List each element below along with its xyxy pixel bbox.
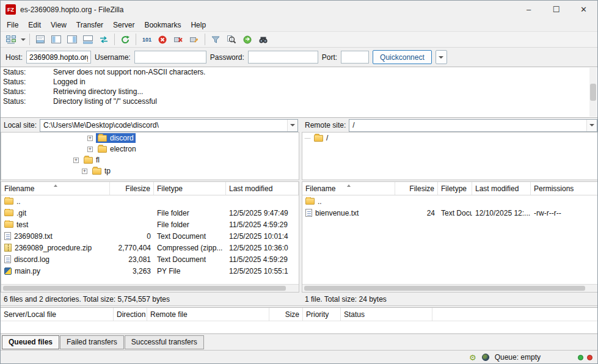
expand-icon[interactable] bbox=[82, 169, 87, 174]
file-row-parent[interactable]: .. bbox=[302, 195, 598, 207]
directory-comparison-icon[interactable] bbox=[224, 32, 239, 47]
menu-bookmarks[interactable]: Bookmarks bbox=[139, 20, 186, 31]
cancel-icon[interactable] bbox=[155, 32, 170, 47]
column-header-filesize[interactable]: Filesize bbox=[110, 182, 154, 195]
column-header-permissions[interactable]: Permissions bbox=[531, 182, 598, 195]
file-row-py[interactable]: main.py 3,263 PY File 12/5/2025 10:55:1 bbox=[1, 265, 299, 277]
log-entry: Status: Logged in bbox=[1, 77, 597, 87]
tree-item-discord[interactable]: discord bbox=[1, 133, 299, 144]
file-row-test[interactable]: test File folder 11/5/2025 4:59:29 bbox=[1, 219, 299, 230]
file-row-txt[interactable]: 2369089.txt 0 Text Document 12/5/2025 10… bbox=[1, 230, 299, 242]
window-title: es-2369089.hopto.org - FileZilla bbox=[20, 5, 123, 14]
toggle-message-log-icon[interactable] bbox=[32, 32, 48, 47]
file-row-bienvenue[interactable]: bienvenue.txt 24 Text Docu... 12/10/2025… bbox=[302, 207, 598, 219]
folder-icon bbox=[92, 168, 101, 175]
text-file-icon bbox=[4, 255, 11, 263]
column-header-filetype[interactable]: Filetype bbox=[154, 182, 226, 195]
status-led-red bbox=[587, 355, 593, 360]
column-header-remote-file[interactable]: Remote file bbox=[147, 308, 269, 321]
column-header-priority[interactable]: Priority bbox=[303, 308, 341, 321]
password-input[interactable] bbox=[248, 51, 318, 64]
site-manager-dropdown-icon[interactable] bbox=[19, 32, 27, 47]
menu-view[interactable]: View bbox=[46, 20, 71, 31]
local-path-combobox[interactable]: C:\Users\Me\Desktop\code\discord\ bbox=[40, 119, 298, 132]
quickconnect-bar: Host: Username: Password: Port: Quickcon… bbox=[1, 48, 597, 67]
toggle-remote-tree-icon[interactable] bbox=[64, 32, 80, 47]
scrollbar-thumb[interactable] bbox=[3, 286, 286, 291]
folder-icon bbox=[314, 135, 323, 142]
tree-item-tp[interactable]: tp bbox=[1, 166, 299, 177]
folder-icon bbox=[4, 221, 13, 228]
remote-path-combobox[interactable]: / bbox=[349, 119, 597, 132]
text-file-icon bbox=[305, 209, 312, 217]
tree-item-root[interactable]: / bbox=[302, 133, 598, 144]
menu-server[interactable]: Server bbox=[108, 20, 139, 31]
maximize-button[interactable]: ☐ bbox=[542, 1, 570, 18]
chevron-down-icon[interactable] bbox=[287, 120, 297, 131]
close-button[interactable]: ✕ bbox=[570, 1, 597, 18]
local-site-pane: Local site: C:\Users\Me\Desktop\code\dis… bbox=[1, 118, 299, 180]
menu-transfer[interactable]: Transfer bbox=[71, 20, 108, 31]
folder-icon bbox=[98, 146, 107, 153]
disconnect-icon[interactable] bbox=[170, 32, 186, 47]
menu-edit[interactable]: Edit bbox=[23, 20, 46, 31]
column-header-size[interactable]: Size bbox=[269, 308, 303, 321]
site-manager-icon[interactable] bbox=[3, 32, 19, 47]
column-header-last-modified[interactable]: Last modified bbox=[226, 182, 299, 195]
network-globe-icon[interactable] bbox=[482, 354, 489, 361]
minimize-button[interactable]: – bbox=[515, 1, 542, 18]
settings-gear-icon[interactable] bbox=[469, 354, 476, 362]
menu-help[interactable]: Help bbox=[186, 20, 211, 31]
expand-icon[interactable] bbox=[87, 136, 93, 141]
remote-directory-tree: / bbox=[302, 132, 598, 180]
reconnect-icon[interactable] bbox=[186, 32, 202, 47]
menu-bar: File Edit View Transfer Server Bookmarks… bbox=[1, 18, 597, 31]
horizontal-scrollbar[interactable] bbox=[302, 284, 598, 292]
folder-icon bbox=[4, 209, 13, 216]
quickconnect-button[interactable]: Quickconnect bbox=[373, 50, 432, 64]
horizontal-scrollbar[interactable] bbox=[1, 284, 299, 292]
scrollbar-thumb[interactable] bbox=[304, 286, 585, 291]
tree-item-electron[interactable]: electron bbox=[1, 144, 299, 155]
parent-folder-icon bbox=[305, 198, 315, 205]
process-queue-icon[interactable]: 101 bbox=[139, 32, 155, 47]
chevron-down-icon[interactable] bbox=[586, 120, 597, 131]
speed-limits-icon[interactable] bbox=[239, 32, 255, 47]
tab-queued-files[interactable]: Queued files bbox=[2, 335, 59, 349]
file-row-parent[interactable]: .. bbox=[1, 195, 299, 207]
host-input[interactable] bbox=[26, 51, 91, 64]
tab-successful-transfers[interactable]: Successful transfers bbox=[125, 335, 204, 349]
log-entry: Status: Retrieving directory listing... bbox=[1, 87, 597, 96]
file-row-git[interactable]: .git File folder 12/5/2025 9:47:49 bbox=[1, 207, 299, 219]
local-site-label: Local site: bbox=[4, 121, 37, 129]
tab-failed-transfers[interactable]: Failed transfers bbox=[60, 335, 124, 349]
toggle-transfer-queue-icon[interactable] bbox=[80, 32, 96, 47]
column-header-server-local-file[interactable]: Server/Local file bbox=[1, 308, 114, 321]
log-scrollbar[interactable] bbox=[589, 68, 597, 117]
column-header-filename[interactable]: Filename bbox=[1, 182, 110, 195]
port-input[interactable] bbox=[341, 51, 369, 64]
file-row-zip[interactable]: 2369089_procedure.zip 2,770,404 Compress… bbox=[1, 242, 299, 253]
column-header-filename[interactable]: Filename bbox=[302, 182, 395, 195]
column-header-filetype[interactable]: Filetype bbox=[438, 182, 472, 195]
menu-file[interactable]: File bbox=[2, 20, 23, 31]
refresh-icon[interactable] bbox=[117, 32, 133, 47]
column-header-filesize[interactable]: Filesize bbox=[395, 182, 438, 195]
app-icon: FZ bbox=[5, 4, 16, 15]
column-header-status[interactable]: Status bbox=[341, 308, 432, 321]
column-header-last-modified[interactable]: Last modified bbox=[472, 182, 531, 195]
tree-item-fl[interactable]: fl bbox=[1, 155, 299, 166]
expand-icon[interactable] bbox=[73, 158, 79, 163]
pane-status-row: 6 files and 2 directories. Total size: 5… bbox=[1, 293, 597, 306]
find-files-icon[interactable] bbox=[255, 32, 271, 47]
directory-listing-filters-icon[interactable] bbox=[208, 32, 224, 47]
expand-icon[interactable] bbox=[87, 147, 93, 152]
quickconnect-dropdown-icon[interactable] bbox=[436, 50, 447, 64]
username-input[interactable] bbox=[134, 51, 206, 64]
synchronized-browsing-icon[interactable] bbox=[96, 32, 112, 47]
toggle-local-tree-icon[interactable] bbox=[48, 32, 64, 47]
queue-status-text: Queue: empty bbox=[495, 353, 541, 362]
file-row-log[interactable]: discord.log 23,081 Text Document 11/5/20… bbox=[1, 253, 299, 265]
scrollbar-thumb[interactable] bbox=[590, 84, 596, 101]
column-header-direction[interactable]: Direction bbox=[114, 308, 147, 321]
